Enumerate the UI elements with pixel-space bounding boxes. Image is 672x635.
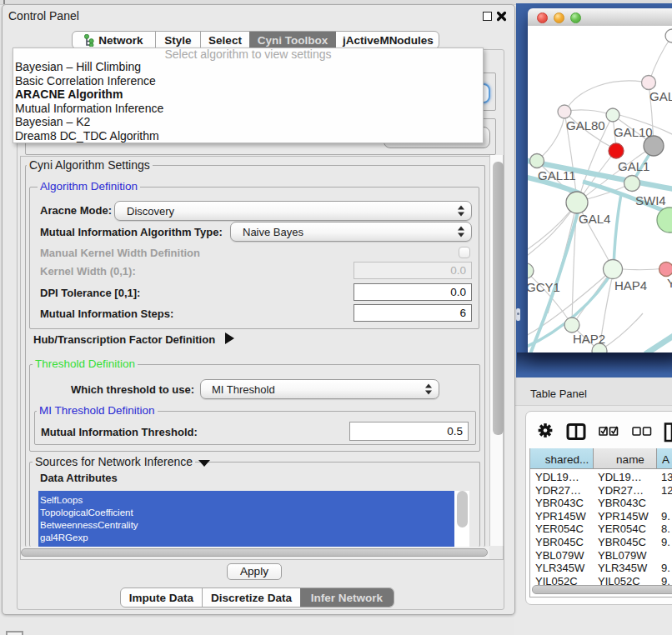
svg-text:GAL4: GAL4 — [579, 212, 610, 226]
svg-text:GAL1: GAL1 — [618, 159, 649, 173]
svg-text:GAL7: GAL7 — [649, 89, 672, 103]
svg-text:Y: Y — [667, 276, 672, 290]
svg-text:HAP4: HAP4 — [614, 278, 647, 292]
svg-text:GAL11: GAL11 — [538, 168, 576, 182]
svg-text:GCY1: GCY1 — [528, 280, 560, 294]
svg-text:GAL80: GAL80 — [566, 118, 605, 132]
svg-text:SWI4: SWI4 — [635, 193, 666, 208]
svg-text:HAP2: HAP2 — [573, 332, 605, 346]
svg-text:GAL10: GAL10 — [614, 125, 653, 139]
